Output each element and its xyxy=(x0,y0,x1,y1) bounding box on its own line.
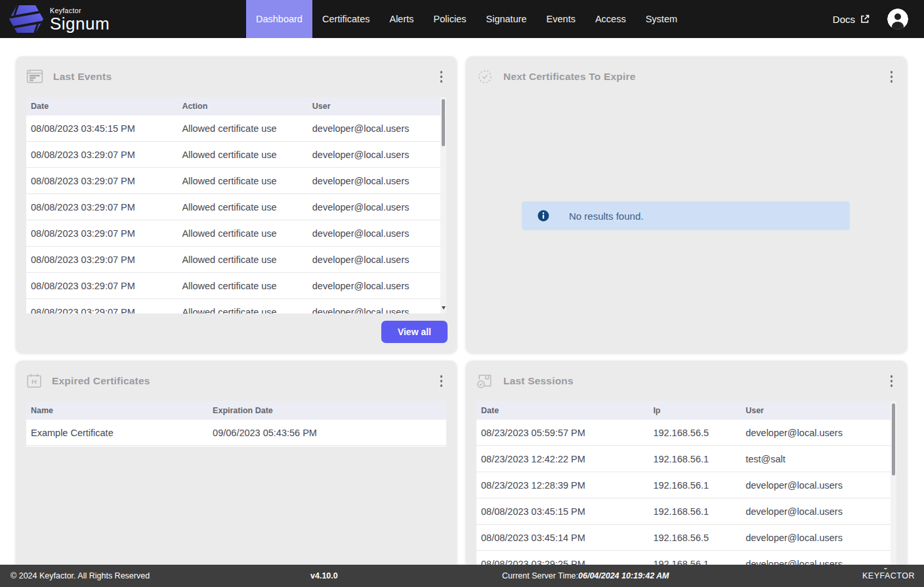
column-header: User xyxy=(308,102,446,111)
signum-logo-icon xyxy=(9,3,43,35)
event-log-icon xyxy=(26,69,43,85)
user-icon xyxy=(887,9,908,30)
card-title: Expired Certificates xyxy=(52,375,150,387)
expired-certificates-card: Expired Certificates Name Expiration Dat… xyxy=(16,361,457,577)
session-ip: 192.168.56.1 xyxy=(648,454,741,464)
event-user: developer@local.users xyxy=(308,228,446,239)
table-row: 08/08/2023 03:29:07 PM Allowed certifica… xyxy=(26,194,446,220)
docs-link[interactable]: Docs xyxy=(833,14,870,25)
session-ip: 192.168.56.1 xyxy=(648,506,741,517)
session-date: 08/23/2023 12:42:22 PM xyxy=(476,454,648,464)
event-action: Allowed certificate use xyxy=(177,150,307,160)
table-row: 08/08/2023 03:29:07 PM Allowed certifica… xyxy=(26,247,446,273)
tab-access[interactable]: Access xyxy=(585,0,636,38)
tab-alerts[interactable]: Alerts xyxy=(379,0,423,38)
table-row: 08/08/2023 03:45:15 PM 192.168.56.1 deve… xyxy=(476,498,896,525)
server-time-value: 06/04/2024 10:19:42 AM xyxy=(578,571,669,580)
external-link-icon xyxy=(860,14,870,24)
scrollbar-thumb[interactable] xyxy=(442,99,445,146)
tab-events[interactable]: Events xyxy=(537,0,585,38)
last-sessions-table: Date Ip User 08/23/2023 05:59:57 PM 192.… xyxy=(476,401,896,578)
scrollbar[interactable] xyxy=(440,97,446,314)
event-action: Allowed certificate use xyxy=(177,202,307,213)
view-all-button[interactable]: View all xyxy=(381,321,448,343)
docs-label: Docs xyxy=(833,14,855,25)
event-date: 08/08/2023 03:29:07 PM xyxy=(26,228,177,239)
table-row: 08/08/2023 03:29:07 PM Allowed certifica… xyxy=(26,220,446,247)
event-date: 08/08/2023 03:29:07 PM xyxy=(26,150,177,160)
server-time-label: Current Server Time: xyxy=(502,571,578,580)
event-user: developer@local.users xyxy=(308,150,446,160)
session-ip: 192.168.56.1 xyxy=(648,480,741,491)
card-menu-button[interactable] xyxy=(436,67,447,87)
last-events-table: Date Action User 08/08/2023 03:45:15 PM … xyxy=(26,97,446,314)
event-date: 08/08/2023 03:29:07 PM xyxy=(26,307,177,314)
table-row: Example Certificate 09/06/2023 05:43:56 … xyxy=(26,420,446,446)
card-menu-button[interactable] xyxy=(887,67,897,87)
event-action: Allowed certificate use xyxy=(177,254,307,265)
last-sessions-card: Last Sessions Date Ip User 08/23/2023 05… xyxy=(466,361,907,577)
table-header-row: Date Ip User xyxy=(476,401,896,420)
table-row: 08/23/2023 12:42:22 PM 192.168.56.1 test… xyxy=(476,446,896,472)
next-certificates-card: Next Certificates To Expire No results f… xyxy=(466,56,907,353)
event-user: developer@local.users xyxy=(308,281,446,291)
tab-signature[interactable]: Signature xyxy=(476,0,537,38)
column-header: Ip xyxy=(648,406,741,415)
card-title: Last Events xyxy=(53,71,112,83)
scrollbar-thumb[interactable] xyxy=(892,403,895,476)
expired-certificates-table: Name Expiration Date Example Certificate… xyxy=(26,401,446,447)
scrollbar-down-arrow-icon[interactable] xyxy=(442,306,446,310)
card-title: Next Certificates To Expire xyxy=(503,71,636,83)
session-user: developer@local.users xyxy=(741,506,896,517)
table-header-row: Name Expiration Date xyxy=(26,401,446,420)
table-row: 08/08/2023 03:29:07 PM Allowed certifica… xyxy=(26,168,446,194)
card-menu-button[interactable] xyxy=(887,371,897,391)
event-user: developer@local.users xyxy=(308,307,446,314)
last-events-card: Last Events Date Action User 08/08/2023 … xyxy=(16,56,457,353)
event-action: Allowed certificate use xyxy=(177,228,307,239)
table-row: 08/08/2023 03:45:14 PM 192.168.56.5 deve… xyxy=(476,525,896,551)
event-date: 08/08/2023 03:29:07 PM xyxy=(26,254,177,265)
event-user: developer@local.users xyxy=(308,176,446,186)
tab-system[interactable]: System xyxy=(636,0,687,38)
brand: Keyfactor Signum xyxy=(0,0,246,38)
check-circle-icon xyxy=(476,69,494,85)
top-nav: Keyfactor Signum Dashboard Certificates … xyxy=(0,0,924,38)
session-user: developer@local.users xyxy=(741,533,896,543)
tab-dashboard[interactable]: Dashboard xyxy=(246,0,312,38)
main-nav-tabs: Dashboard Certificates Alerts Policies S… xyxy=(246,0,687,38)
card-title: Last Sessions xyxy=(503,375,574,387)
table-header-row: Date Action User xyxy=(26,97,446,115)
session-date: 08/23/2023 12:28:39 PM xyxy=(476,480,648,491)
session-box-clock-icon xyxy=(476,373,494,389)
user-avatar[interactable] xyxy=(887,9,908,30)
event-action: Allowed certificate use xyxy=(177,176,307,186)
event-action: Allowed certificate use xyxy=(177,281,307,291)
session-user: developer@local.users xyxy=(741,480,896,491)
column-header: Date xyxy=(26,102,177,111)
column-header: Expiration Date xyxy=(208,406,446,415)
session-ip: 192.168.56.5 xyxy=(648,533,741,543)
table-row: 08/23/2023 12:28:39 PM 192.168.56.1 deve… xyxy=(476,472,896,498)
column-header: User xyxy=(741,406,896,415)
table-row: 08/08/2023 03:29:07 PM Allowed certifica… xyxy=(26,142,446,168)
event-user: developer@local.users xyxy=(308,202,446,213)
session-date: 08/23/2023 05:59:57 PM xyxy=(476,428,648,438)
column-header: Action xyxy=(177,102,307,111)
card-menu-button[interactable] xyxy=(436,371,447,391)
session-ip: 192.168.56.5 xyxy=(648,428,741,438)
event-action: Allowed certificate use xyxy=(177,123,307,134)
tab-policies[interactable]: Policies xyxy=(424,0,476,38)
session-date: 08/08/2023 03:45:15 PM xyxy=(476,506,648,517)
event-date: 08/08/2023 03:29:07 PM xyxy=(26,176,177,186)
expiration-date: 09/06/2023 05:43:56 PM xyxy=(208,428,446,438)
column-header: Date xyxy=(476,406,648,415)
scrollbar[interactable] xyxy=(891,401,896,578)
brand-signum-label: Signum xyxy=(50,15,110,32)
session-date: 08/08/2023 03:45:14 PM xyxy=(476,533,648,543)
tab-certificates[interactable]: Certificates xyxy=(312,0,380,38)
table-row: 08/08/2023 03:29:07 PM Allowed certifica… xyxy=(26,273,446,299)
session-user: developer@local.users xyxy=(741,428,896,438)
calendar-icon xyxy=(26,373,42,389)
event-user: developer@local.users xyxy=(308,123,446,134)
